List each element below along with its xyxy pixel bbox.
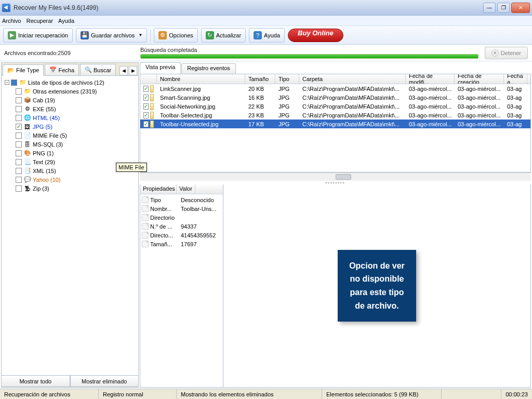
checkbox[interactable] [143, 86, 149, 92]
tree-item-label[interactable]: JPG (5) [33, 124, 52, 130]
checkbox[interactable] [16, 132, 22, 139]
tree-item[interactable]: 🎨PNG (1) [3, 149, 137, 157]
buy-online-button[interactable]: Buy Online [288, 29, 343, 42]
tab-file-type[interactable]: 📂File Type [3, 64, 44, 76]
start-recovery-button[interactable]: ▶Iniciar recuperación [3, 28, 73, 43]
status-log: Registro normal [99, 389, 177, 399]
tree-item[interactable]: 🌐HTML (45) [3, 113, 137, 122]
checkbox[interactable] [16, 185, 22, 192]
tree-item-label[interactable]: PNG (1) [33, 150, 54, 156]
checkbox[interactable] [143, 103, 149, 110]
tooltip: MIME File [116, 163, 147, 172]
col-val[interactable]: Valor [177, 184, 195, 194]
col-folder[interactable]: Carpeta [299, 74, 406, 84]
options-button[interactable]: ⚙Opciones [154, 28, 197, 43]
checkbox[interactable] [16, 159, 22, 165]
checkbox[interactable] [16, 177, 22, 183]
tab-prev-button[interactable]: ◀ [119, 66, 128, 75]
tab-fecha[interactable]: 📅Fecha [45, 64, 79, 75]
right-tab-bar: Vista previa Registro eventos [140, 62, 531, 74]
window-buttons: — ❐ ✕ [483, 3, 530, 13]
tree-item-label[interactable]: MIME File (5) [33, 132, 67, 139]
tree-item[interactable]: 🖼JPG (5) [3, 122, 137, 131]
tab-next-button[interactable]: ▶ [129, 66, 137, 75]
tab-buscar[interactable]: 🔍Buscar [80, 64, 116, 75]
tree-item[interactable]: 📦Cab (19) [3, 96, 137, 104]
file-list-body[interactable]: LinkScanner.jpg20 KBJPGC:\Raíz\ProgramDa… [140, 84, 530, 172]
tree-item-label[interactable]: Cab (19) [33, 97, 55, 103]
checkbox[interactable] [143, 121, 149, 127]
minimize-button[interactable]: — [483, 3, 496, 13]
file-type: JPG [275, 121, 299, 127]
checkbox[interactable] [16, 168, 22, 174]
col-name[interactable]: Nombre [157, 74, 245, 84]
checkbox[interactable] [11, 79, 17, 86]
checkbox[interactable] [16, 97, 22, 103]
file-icon [150, 103, 154, 110]
tree-item-label[interactable]: Otras extensiones (2319) [33, 88, 97, 95]
tree-root-label[interactable]: Lista de tipos de archivos (12) [28, 79, 104, 86]
file-folder: C:\Raíz\ProgramData\MFAData\mkt\... [299, 112, 406, 118]
file-accessed: 03-ag [504, 95, 527, 101]
checkbox[interactable] [143, 112, 149, 118]
collapse-icon[interactable]: − [5, 80, 9, 85]
tree-item[interactable]: 📁Otras extensiones (2319) [3, 87, 137, 96]
type-icon: 🎨 [23, 149, 31, 157]
status-mode: Recuperación de archivos [0, 389, 99, 399]
save-files-button[interactable]: 💾Guardar archivos▼ [76, 28, 147, 43]
col-check[interactable] [140, 74, 157, 84]
file-row[interactable]: Social-Networking.jpg22 KBJPGC:\Raíz\Pro… [140, 102, 530, 111]
checkbox[interactable] [143, 95, 149, 101]
tree-item-label[interactable]: MS-SQL (3) [33, 141, 63, 148]
file-name: Social-Networking.jpg [157, 103, 245, 110]
tree-item-label[interactable]: HTML (45) [33, 115, 60, 121]
col-prop[interactable]: Propiedades [140, 184, 177, 194]
tree-item[interactable]: 💬Yahoo (10) [3, 175, 137, 184]
col-mod[interactable]: Fecha de modifi... [406, 74, 455, 84]
file-type-tree[interactable]: − 📁 Lista de tipos de archivos (12) 📁Otr… [2, 76, 138, 375]
tab-events[interactable]: Registro eventos [181, 63, 236, 74]
status-row: Archivos encontrado:2509 Búsqueda comple… [0, 45, 532, 61]
stop-button: ✕Detener [485, 47, 528, 59]
tree-item[interactable]: 📄MIME File (5) [3, 131, 137, 140]
maximize-button[interactable]: ❐ [497, 3, 510, 13]
menu-recuperar[interactable]: Recuperar [26, 18, 53, 24]
checkbox[interactable] [16, 150, 22, 156]
file-row[interactable]: LinkScanner.jpg20 KBJPGC:\Raíz\ProgramDa… [140, 84, 530, 93]
property-value: 17697 [181, 241, 197, 247]
tree-item[interactable]: 🗄MS-SQL (3) [3, 140, 137, 149]
tab-show-all[interactable]: Mostrar todo [2, 376, 70, 387]
col-type[interactable]: Tipo [275, 74, 299, 84]
tree-item-label[interactable]: Zip (3) [33, 185, 49, 192]
tree-item-label[interactable]: Text (29) [33, 159, 55, 165]
close-button[interactable]: ✕ [511, 3, 530, 13]
tree-item-label[interactable]: XML (15) [33, 168, 56, 174]
menu-archivo[interactable]: Archivo [2, 18, 21, 24]
checkbox[interactable] [16, 106, 22, 112]
col-cre[interactable]: Fecha de creación [455, 74, 504, 84]
tree-item[interactable]: ⚙EXE (55) [3, 104, 137, 113]
help-button[interactable]: ?Ayuda [249, 28, 285, 43]
file-icon [150, 94, 154, 101]
checkbox[interactable] [16, 124, 22, 130]
checkbox[interactable] [16, 88, 22, 95]
file-modified: 03-ago-miércol... [406, 121, 455, 127]
menu-ayuda[interactable]: Ayuda [58, 18, 74, 24]
col-acc[interactable]: Fecha a... [504, 74, 527, 84]
splitter-handle[interactable]: •••••••• [140, 181, 531, 184]
tree-item[interactable]: 🗜Zip (3) [3, 184, 137, 193]
checkbox[interactable] [16, 115, 22, 121]
tab-show-deleted[interactable]: Mostrar eliminado [70, 376, 139, 387]
scrollbar-thumb[interactable] [336, 174, 351, 180]
refresh-button[interactable]: ↻Actualizar [201, 28, 246, 43]
file-row[interactable]: Toolbar-Unselected.jpg17 KBJPGC:\Raíz\Pr… [140, 119, 530, 128]
tree-item-label[interactable]: Yahoo (10) [33, 177, 61, 183]
tab-preview[interactable]: Vista previa [140, 62, 181, 74]
horizontal-scrollbar[interactable] [140, 172, 531, 181]
checkbox[interactable] [16, 141, 22, 148]
col-size[interactable]: Tamaño [245, 74, 275, 84]
tree-root[interactable]: − 📁 Lista de tipos de archivos (12) [3, 78, 137, 87]
tree-item-label[interactable]: EXE (55) [33, 106, 56, 112]
file-row[interactable]: Toolbar-Selected.jpg23 KBJPGC:\Raíz\Prog… [140, 111, 530, 119]
file-row[interactable]: Smart-Scanning.jpg16 KBJPGC:\Raíz\Progra… [140, 93, 530, 102]
